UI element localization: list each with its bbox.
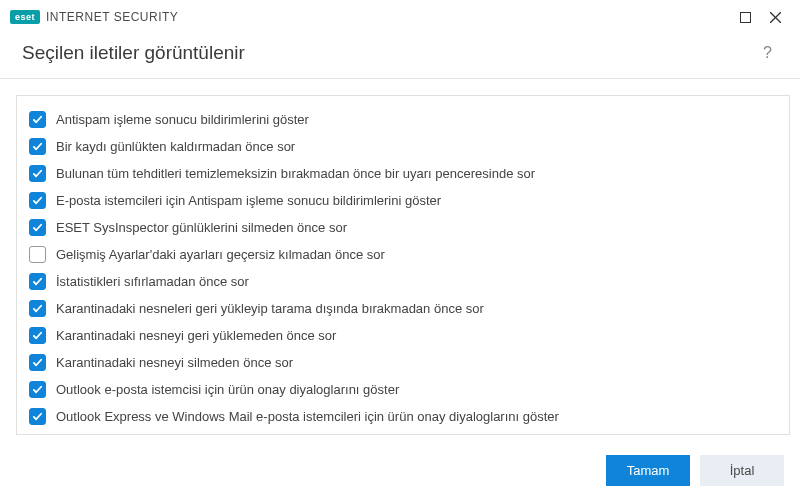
list-item-label: İstatistikleri sıfırlamadan önce sor xyxy=(56,274,249,289)
checkbox[interactable] xyxy=(29,138,46,155)
close-button[interactable] xyxy=(760,5,790,29)
check-icon xyxy=(32,276,43,287)
list-item: Karantinadaki nesneleri geri yükleyip ta… xyxy=(25,295,781,322)
list-item: Karantinadaki nesneyi silmeden önce sor xyxy=(25,349,781,376)
checkbox[interactable] xyxy=(29,273,46,290)
list-item: Karantinadaki nesneyi geri yüklemeden ön… xyxy=(25,322,781,349)
check-icon xyxy=(32,141,43,152)
check-icon xyxy=(32,384,43,395)
options-list[interactable]: Antispam işleme sonucu bildirimlerini gö… xyxy=(16,95,790,435)
list-item-label: Gelişmiş Ayarlar'daki ayarları geçersiz … xyxy=(56,247,385,262)
list-item-label: E-posta istemcileri için Antispam işleme… xyxy=(56,193,441,208)
list-item-label: Bir kaydı günlükten kaldırmadan önce sor xyxy=(56,139,295,154)
list-item: Antispam işleme sonucu bildirimlerini gö… xyxy=(25,106,781,133)
checkbox[interactable] xyxy=(29,354,46,371)
maximize-button[interactable] xyxy=(730,5,760,29)
titlebar: eset INTERNET SECURITY xyxy=(0,0,800,32)
list-item-label: ESET SysInspector günlüklerini silmeden … xyxy=(56,220,347,235)
check-icon xyxy=(32,411,43,422)
checkbox[interactable] xyxy=(29,165,46,182)
cancel-button[interactable]: İptal xyxy=(700,455,784,486)
checkbox[interactable] xyxy=(29,381,46,398)
list-item-label: Karantinadaki nesneyi silmeden önce sor xyxy=(56,355,293,370)
check-icon xyxy=(32,303,43,314)
check-icon xyxy=(32,168,43,179)
dialog-footer: Tamam İptal xyxy=(0,443,800,500)
list-item: İstatistikleri sıfırlamadan önce sor xyxy=(25,268,781,295)
check-icon xyxy=(32,357,43,368)
list-item-label: Karantinadaki nesneyi geri yüklemeden ön… xyxy=(56,328,336,343)
brand-badge: eset xyxy=(10,10,40,24)
checkbox[interactable] xyxy=(29,111,46,128)
help-button[interactable]: ? xyxy=(757,42,778,64)
check-icon xyxy=(32,330,43,341)
list-item: Bulunan tüm tehditleri temizlemeksizin b… xyxy=(25,160,781,187)
content-area: Antispam işleme sonucu bildirimlerini gö… xyxy=(0,79,800,443)
list-item-label: Outlook e-posta istemcisi için ürün onay… xyxy=(56,382,399,397)
list-item-label: Outlook Express ve Windows Mail e-posta … xyxy=(56,409,559,424)
dialog-header: Seçilen iletiler görüntülenir ? xyxy=(0,32,800,79)
list-item-label: Karantinadaki nesneleri geri yükleyip ta… xyxy=(56,301,484,316)
list-item: Bir kaydı günlükten kaldırmadan önce sor xyxy=(25,133,781,160)
page-title: Seçilen iletiler görüntülenir xyxy=(22,42,245,64)
svg-rect-0 xyxy=(740,12,750,22)
close-icon xyxy=(770,12,781,23)
check-icon xyxy=(32,195,43,206)
list-item: Outlook Express ve Windows Mail e-posta … xyxy=(25,403,781,430)
checkbox[interactable] xyxy=(29,408,46,425)
list-item-label: Antispam işleme sonucu bildirimlerini gö… xyxy=(56,112,309,127)
check-icon xyxy=(32,114,43,125)
list-item-label: Bulunan tüm tehditleri temizlemeksizin b… xyxy=(56,166,535,181)
list-item: Gelişmiş Ayarlar'daki ayarları geçersiz … xyxy=(25,241,781,268)
list-item: Outlook e-posta istemcisi için ürün onay… xyxy=(25,376,781,403)
checkbox[interactable] xyxy=(29,246,46,263)
app-name: INTERNET SECURITY xyxy=(46,10,178,24)
checkbox[interactable] xyxy=(29,192,46,209)
ok-button[interactable]: Tamam xyxy=(606,455,690,486)
check-icon xyxy=(32,222,43,233)
checkbox[interactable] xyxy=(29,300,46,317)
checkbox[interactable] xyxy=(29,219,46,236)
list-item: E-posta istemcileri için Antispam işleme… xyxy=(25,187,781,214)
maximize-icon xyxy=(740,12,751,23)
checkbox[interactable] xyxy=(29,327,46,344)
list-item: ESET SysInspector günlüklerini silmeden … xyxy=(25,214,781,241)
